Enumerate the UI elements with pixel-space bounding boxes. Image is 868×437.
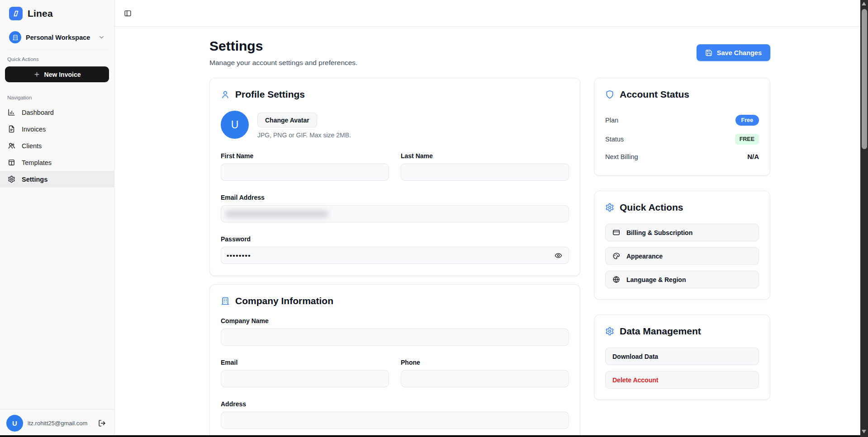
account-status-header: Account Status [605,89,759,100]
sidebar-item-invoices[interactable]: Invoices [0,121,114,137]
data-management-title: Data Management [620,326,701,337]
toggle-password-visibility-button[interactable] [554,251,563,260]
sidebar-item-label: Dashboard [22,109,54,116]
workspace-building-icon [9,31,21,43]
company-information-title: Company Information [235,296,333,306]
avatar-row: U Change Avatar JPG, PNG or GIF. Max siz… [221,111,569,139]
main-area: Settings Manage your account settings an… [114,0,868,437]
save-changes-button[interactable]: Save Changes [697,44,770,61]
page-header: Settings Manage your account settings an… [209,38,770,67]
billing-subscription-button[interactable]: Billing & Subscription [605,224,759,241]
quick-actions-card: Quick Actions Billing & Subscription [594,191,770,300]
new-invoice-button[interactable]: New Invoice [5,66,109,82]
plan-badge: Free [735,115,759,126]
language-region-button[interactable]: Language & Region [605,271,759,288]
plan-label: Plan [605,117,618,124]
vertical-scrollbar[interactable] [860,0,868,437]
change-avatar-button[interactable]: Change Avatar [257,113,317,127]
profile-settings-header: Profile Settings [221,89,569,100]
credit-card-icon [612,229,620,236]
gear-icon [605,327,614,336]
company-address-field[interactable] [221,412,569,429]
delete-account-label: Delete Account [612,376,658,384]
palette-icon [612,252,620,260]
account-status-card: Account Status Plan Free Status FREE [594,78,770,176]
linea-logo-icon [9,7,23,20]
language-region-label: Language & Region [626,276,686,283]
password-field[interactable]: •••••••• [221,247,569,264]
scroll-up-arrow-icon[interactable] [862,2,866,5]
building-icon [221,296,230,305]
email-address-label: Email Address [221,194,569,201]
sidebar-spacer [0,188,114,409]
password-masked-value: •••••••• [227,252,554,259]
download-data-button[interactable]: Download Data [605,348,759,365]
status-badge: FREE [735,134,759,145]
workspace-label: Personal Workspace [26,34,94,41]
settings-page: Settings Manage your account settings an… [114,27,868,437]
company-email-field[interactable] [221,370,389,387]
status-row-plan: Plan Free [605,111,759,130]
sidebar-user: U itz.rohitt25@gmail.com [0,409,114,437]
user-avatar: U [6,415,23,432]
layout-icon [8,159,16,166]
sidebar-item-label: Templates [22,159,52,166]
sidebar-item-dashboard[interactable]: Dashboard [0,104,114,121]
company-information-card: Company Information Company Name Email [209,284,580,437]
logout-button[interactable] [96,418,108,429]
delete-account-button[interactable]: Delete Account [605,371,759,389]
company-name-field[interactable] [221,329,569,346]
company-address-label: Address [221,400,569,408]
download-data-label: Download Data [612,353,658,360]
window-bottom-edge [0,435,868,437]
company-name-label: Company Name [221,317,569,324]
sidebar-item-templates[interactable]: Templates [0,154,114,171]
status-row-status: Status FREE [605,130,759,149]
quick-actions-header: Quick Actions [605,202,759,213]
sidebar-nav: Dashboard Invoices Clients Templates [0,104,114,188]
plus-icon [33,71,40,78]
scrollbar-thumb[interactable] [862,9,867,149]
sidebar-item-label: Invoices [22,126,46,133]
last-name-field[interactable] [401,164,569,181]
shield-icon [605,90,614,99]
profile-avatar: U [221,111,249,139]
profile-settings-card: Profile Settings U Change Avatar JPG, PN… [209,78,580,276]
sidebar: Linea Personal Workspace Quick Actions N… [0,0,114,437]
last-name-label: Last Name [401,152,569,160]
invoice-document-icon [8,125,16,133]
bar-chart-icon [8,108,16,116]
save-icon [705,49,712,56]
avatar-hint: JPG, PNG or GIF. Max size 2MB. [257,132,351,139]
account-status-title: Account Status [620,89,689,100]
billing-subscription-label: Billing & Subscription [626,229,693,236]
sidebar-item-clients[interactable]: Clients [0,137,114,154]
topbar [114,0,868,27]
users-icon [8,142,16,150]
sidebar-toggle-button[interactable] [124,9,132,17]
company-information-header: Company Information [221,296,569,306]
data-management-header: Data Management [605,326,759,337]
next-billing-value: N/A [747,153,759,160]
quick-actions-title: Quick Actions [620,202,683,213]
data-management-card: Data Management Download Data Delete Acc… [594,315,770,400]
appearance-button[interactable]: Appearance [605,247,759,265]
status-row-next-billing: Next Billing N/A [605,149,759,164]
globe-icon [612,276,620,283]
sidebar-item-label: Clients [22,142,42,150]
first-name-field[interactable] [221,164,389,181]
scroll-down-arrow-icon[interactable] [862,430,866,433]
sidebar-item-settings[interactable]: Settings [0,171,114,188]
chevron-down-icon [98,34,105,41]
logout-icon [98,419,106,427]
workspace-selector[interactable]: Personal Workspace [5,28,109,50]
app-logo: Linea [0,0,114,25]
company-phone-label: Phone [401,359,569,366]
user-icon [221,90,230,99]
email-address-field[interactable] [221,205,569,222]
page-title: Settings [209,38,357,54]
gear-icon [8,175,16,183]
quick-actions-section-label: Quick Actions [0,50,114,66]
next-billing-label: Next Billing [605,153,638,160]
company-phone-field[interactable] [401,370,569,387]
